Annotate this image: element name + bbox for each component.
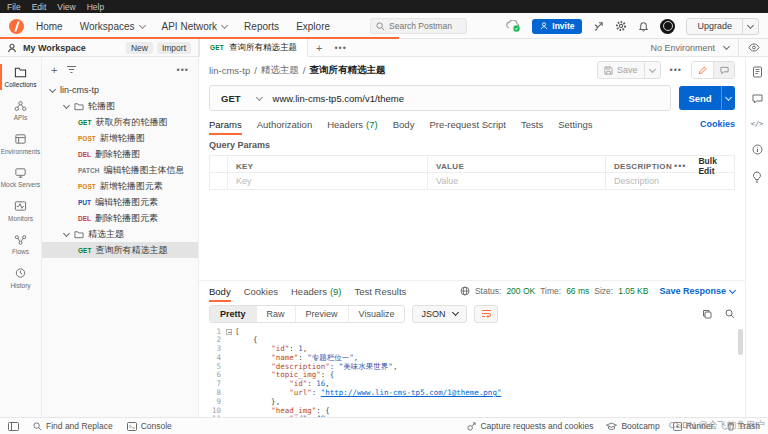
info-icon[interactable] [752, 144, 763, 155]
lightbulb-icon[interactable] [752, 171, 762, 183]
runner-button[interactable]: Runner [673, 421, 714, 431]
console-button[interactable]: Console [127, 421, 172, 431]
settings-gear-icon[interactable] [615, 20, 627, 32]
request-tab-params[interactable]: Params [209, 113, 242, 135]
view-mode-raw[interactable]: Raw [256, 306, 295, 322]
send-dropdown[interactable] [721, 86, 735, 110]
import-button[interactable]: Import [157, 42, 191, 54]
rail-item-monitors[interactable]: Monitors [0, 194, 41, 228]
response-tab-body[interactable]: Body [209, 281, 231, 302]
tree-collection-item[interactable]: lin-cms-tp [42, 82, 198, 98]
response-tab-test-results[interactable]: Test Results [355, 281, 407, 302]
invite-button[interactable]: Invite [532, 19, 582, 34]
rail-item-collections[interactable]: Collections [0, 60, 41, 94]
tree-request-item[interactable]: DEL删除轮播图元素 [42, 210, 198, 226]
rail-item-apis[interactable]: APIs [0, 94, 41, 128]
menu-view[interactable]: View [57, 2, 75, 12]
sidebar-more-icon[interactable]: ••• [177, 65, 189, 75]
sync-status-icon[interactable] [506, 20, 521, 32]
open-request-tab[interactable]: GET 查询所有精选主题 [199, 39, 308, 57]
comments-icon[interactable] [752, 94, 763, 104]
tree-request-item[interactable]: PATCH编辑轮播图主体信息 [42, 162, 198, 178]
search-input[interactable] [389, 21, 459, 31]
cookies-link[interactable]: Cookies [700, 113, 735, 135]
documentation-icon[interactable] [752, 66, 763, 78]
tree-request-item[interactable]: DEL删除轮播图 [42, 146, 198, 162]
request-tab-tests[interactable]: Tests [521, 113, 543, 135]
launch-icon[interactable] [593, 21, 604, 32]
trash-button[interactable]: Trash [727, 421, 760, 431]
view-mode-preview[interactable]: Preview [295, 306, 348, 322]
request-more-icon[interactable]: ••• [668, 65, 684, 75]
copy-icon[interactable] [702, 309, 712, 319]
method-selector[interactable]: GET [210, 93, 273, 104]
code-snippet-icon[interactable]: </> [751, 120, 764, 128]
nav-home[interactable]: Home [36, 21, 63, 32]
fold-toggle-icon[interactable] [226, 329, 232, 335]
format-selector[interactable]: JSON [412, 305, 467, 323]
tab-options-icon[interactable]: ••• [330, 39, 350, 56]
bootcamp-button[interactable]: Bootcamp [606, 421, 659, 431]
view-mode-visualize[interactable]: Visualize [348, 306, 405, 322]
breadcrumb-folder[interactable]: 精选主题 [261, 64, 299, 77]
edit-pencil-icon[interactable] [692, 62, 713, 78]
filter-icon[interactable] [66, 65, 77, 74]
environment-eye-icon[interactable] [748, 43, 760, 52]
tree-request-item[interactable]: POST新增轮播图元素 [42, 178, 198, 194]
response-tab-headers[interactable]: Headers(9) [291, 281, 342, 302]
save-button[interactable]: Save [597, 61, 661, 79]
tree-request-item[interactable]: PUT编辑轮播图元素 [42, 194, 198, 210]
rail-item-history[interactable]: History [0, 261, 41, 295]
wrap-text-button[interactable] [474, 305, 498, 323]
url-input[interactable]: www.lin-cms-tp5.com/v1/theme [273, 93, 404, 104]
comment-icon[interactable] [713, 62, 734, 78]
rail-item-environments[interactable]: Environments [0, 127, 41, 161]
value-input[interactable]: Value [427, 173, 605, 189]
menu-help[interactable]: Help [87, 2, 104, 12]
rail-item-mock-servers[interactable]: Mock Servers [0, 161, 41, 195]
upgrade-button[interactable]: Upgrade [686, 18, 759, 35]
scrollbar-thumb[interactable] [738, 329, 743, 355]
tree-request-item[interactable]: POST新增轮播图 [42, 130, 198, 146]
rail-item-flows[interactable]: Flows [0, 228, 41, 262]
tree-folder-item[interactable]: 精选主题 [42, 226, 198, 242]
find-and-replace-button[interactable]: Find and Replace [33, 421, 113, 431]
menu-file[interactable]: File [7, 2, 21, 12]
request-tab-pre-request-script[interactable]: Pre-request Script [429, 113, 506, 135]
request-tab-headers[interactable]: Headers(7) [327, 113, 378, 135]
sidebar-toggle-icon[interactable] [8, 422, 19, 431]
add-collection-button[interactable]: + [51, 64, 57, 76]
save-dropdown[interactable] [644, 62, 660, 78]
workspace-name[interactable]: My Workspace [23, 43, 86, 53]
params-more-icon[interactable]: ••• [672, 161, 688, 171]
postman-logo[interactable] [9, 19, 24, 34]
response-body-viewer[interactable]: 1[2 {3 "id": 1,4 "name": "专题栏位一",5 "desc… [199, 326, 745, 418]
tree-request-item[interactable]: GET查询所有精选主题 [42, 242, 198, 258]
nav-api-network[interactable]: API Network [162, 21, 228, 32]
send-button[interactable]: Send [679, 86, 735, 110]
nav-workspaces[interactable]: Workspaces [80, 21, 145, 32]
nav-explore[interactable]: Explore [296, 21, 330, 32]
menu-edit[interactable]: Edit [32, 2, 47, 12]
save-response-button[interactable]: Save Response [659, 286, 735, 296]
nav-reports[interactable]: Reports [244, 21, 279, 32]
notifications-bell-icon[interactable] [638, 20, 649, 32]
global-search[interactable] [370, 18, 467, 34]
key-input[interactable]: Key [227, 173, 427, 189]
upgrade-dropdown[interactable] [742, 19, 758, 34]
request-tab-authorization[interactable]: Authorization [257, 113, 312, 135]
breadcrumb-collection[interactable]: lin-cms-tp [209, 65, 250, 76]
request-tab-settings[interactable]: Settings [558, 113, 592, 135]
tree-folder-item[interactable]: 轮播图 [42, 98, 198, 114]
json-url-link[interactable]: "http://www.lin-cms-tp5.com/1@theme.png" [321, 388, 502, 397]
search-response-icon[interactable] [725, 309, 735, 319]
request-tab-body[interactable]: Body [393, 113, 415, 135]
tree-request-item[interactable]: GET获取所有的轮播图 [42, 114, 198, 130]
new-tab-button[interactable]: + [308, 39, 330, 56]
description-input[interactable]: Description [605, 173, 735, 189]
new-button[interactable]: New [126, 42, 153, 54]
environment-selector[interactable]: No Environment [650, 43, 715, 53]
capture-requests-button[interactable]: Capture requests and cookies [467, 421, 593, 431]
network-globe-icon[interactable] [460, 286, 470, 296]
user-avatar[interactable] [660, 19, 675, 34]
